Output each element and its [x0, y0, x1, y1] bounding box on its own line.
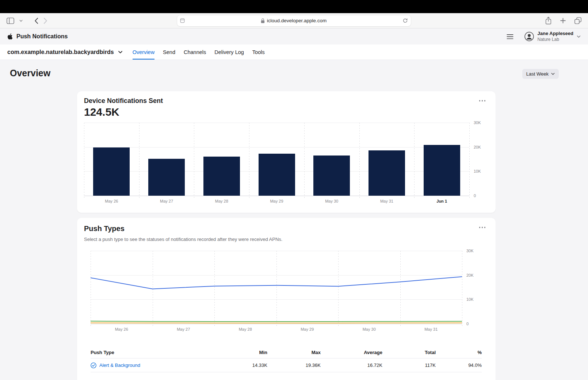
col-max: Max — [267, 350, 321, 355]
reload-button[interactable] — [402, 18, 408, 23]
share-button[interactable] — [544, 15, 553, 26]
gridline — [194, 123, 194, 199]
app-title: Push Notifications — [16, 33, 68, 40]
max-value: 19.36K — [267, 362, 321, 368]
date-range-label: Last Week — [526, 71, 549, 77]
card-title: Push Types — [84, 224, 125, 233]
x-axis-label: Jun 1 — [436, 199, 447, 203]
gridline — [414, 123, 415, 199]
page-content: Overview Last Week Device Notifications … — [0, 60, 588, 380]
x-axis-label: May 31 — [424, 327, 438, 331]
gridline — [469, 123, 470, 199]
page-title: Overview — [10, 68, 50, 78]
url-text: icloud.developer.apple.com — [267, 18, 327, 23]
line-chart: 30K20K10K0May 26May 27May 28May 29May 30… — [91, 251, 462, 324]
push-type-cell: Alert & Background — [91, 362, 214, 368]
sidebar-chevron-button[interactable] — [18, 18, 24, 23]
y-axis-label: 30K — [474, 120, 481, 125]
date-range-button[interactable]: Last Week — [522, 69, 559, 79]
toolbar-left-group — [5, 16, 177, 26]
forward-button[interactable] — [42, 16, 49, 26]
user-text: Jane Appleseed Nature Lab — [537, 31, 573, 42]
tab-overview[interactable]: Overview — [133, 45, 154, 60]
macos-menu-bar — [0, 0, 588, 13]
user-org: Nature Lab — [537, 37, 559, 42]
back-button[interactable] — [33, 16, 40, 26]
card-subtitle: Select a push type to see the statuses o… — [84, 237, 282, 242]
series-green-series — [91, 321, 462, 322]
gridline — [84, 147, 469, 147]
push-types-table: Push Type Min Max Average Total % Alert … — [91, 347, 482, 372]
tab-channels[interactable]: Channels — [184, 45, 206, 60]
app-id-selector[interactable]: com.example.naturelab.backyardbirds — [7, 49, 123, 55]
tab-delivery-log[interactable]: Delivery Log — [214, 45, 244, 60]
avatar-icon — [524, 32, 534, 41]
device-notifications-card: Device Notifications Sent 124.5K 30K20K1… — [77, 91, 496, 213]
x-axis-label: May 30 — [363, 327, 376, 331]
y-axis-label: 0 — [466, 322, 469, 326]
tab-tools[interactable]: Tools — [252, 45, 265, 60]
website-settings-icon[interactable] — [180, 18, 185, 23]
push-types-card: Push Types Select a push type to see the… — [77, 218, 496, 380]
x-axis-label: May 27 — [160, 199, 173, 203]
bar-jun-1 — [424, 145, 460, 196]
y-axis-label: 20K — [474, 145, 481, 149]
gridline — [84, 123, 469, 123]
more-options-button[interactable] — [478, 225, 487, 230]
more-options-button[interactable] — [478, 99, 487, 103]
line-series-svg — [91, 251, 462, 324]
x-axis-label: May 26 — [105, 199, 118, 203]
x-axis-label: May 28 — [215, 199, 228, 203]
browser-toolbar: icloud.developer.apple.com — [0, 13, 588, 28]
sidebar-toggle-button[interactable] — [5, 16, 16, 26]
new-tab-button[interactable] — [559, 16, 567, 25]
x-axis-label: May 26 — [115, 327, 128, 331]
selected-check-icon — [91, 362, 96, 368]
gridline — [84, 196, 469, 196]
x-axis-label: May 29 — [301, 327, 314, 331]
card-title: Device Notifications Sent — [84, 97, 163, 105]
x-axis-label: May 27 — [177, 327, 190, 331]
app-id-label: com.example.naturelab.backyardbirds — [7, 49, 114, 55]
gridline — [359, 123, 360, 199]
x-axis-label: May 31 — [380, 199, 393, 203]
col-percent: % — [436, 350, 482, 355]
bar-may-31 — [369, 150, 405, 196]
col-average: Average — [321, 350, 382, 355]
address-bar[interactable]: icloud.developer.apple.com — [177, 15, 411, 26]
notifications-total: 124.5K — [84, 106, 119, 118]
bar-may-30 — [313, 156, 350, 196]
lock-icon — [261, 18, 265, 23]
bar-chart: 30K20K10K0May 26May 27May 28May 29May 30… — [84, 123, 469, 196]
url-center: icloud.developer.apple.com — [185, 18, 402, 23]
col-min: Min — [214, 350, 267, 355]
push-type-link[interactable]: Alert & Background — [99, 362, 140, 368]
subnav: com.example.naturelab.backyardbirds Over… — [0, 45, 588, 60]
min-value: 14.33K — [214, 362, 267, 368]
gridline — [139, 123, 140, 199]
bar-may-27 — [148, 159, 185, 196]
average-value: 16.72K — [321, 362, 382, 368]
x-axis-label: May 28 — [239, 327, 252, 331]
y-axis-label: 30K — [466, 249, 474, 253]
col-total: Total — [382, 350, 436, 355]
user-menu[interactable]: Jane Appleseed Nature Lab — [524, 31, 581, 42]
gridline — [462, 251, 462, 327]
y-axis-label: 10K — [474, 169, 481, 173]
chevron-down-icon — [577, 35, 581, 38]
tab-send[interactable]: Send — [163, 45, 175, 60]
table-header-row: Push Type Min Max Average Total % — [91, 347, 482, 358]
menu-button[interactable] — [505, 33, 515, 41]
col-push-type: Push Type — [91, 350, 214, 355]
total-value: 117K — [382, 362, 436, 368]
table-row[interactable]: Alert & Background 14.33K 19.36K 16.72K … — [91, 358, 482, 372]
y-axis-label: 20K — [466, 273, 474, 277]
gridline — [249, 123, 249, 199]
tab-overview-button[interactable] — [573, 16, 583, 26]
toolbar-right-group — [411, 15, 583, 26]
bar-may-29 — [259, 154, 295, 196]
percent-value: 94.0% — [436, 362, 482, 368]
gridline — [304, 123, 305, 199]
bar-may-26 — [93, 147, 130, 196]
section-tabs: Overview Send Channels Delivery Log Tool… — [133, 45, 265, 60]
